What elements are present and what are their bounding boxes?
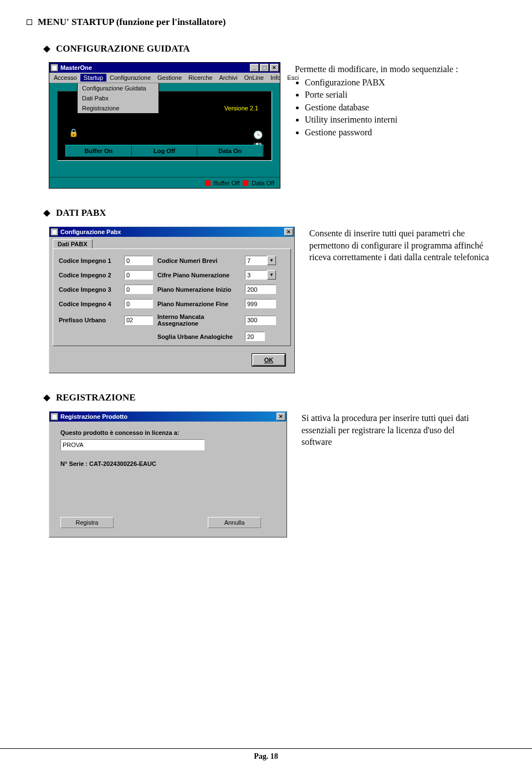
label-cifre-piano-numerazione: Cifre Piano Numerazione — [157, 272, 241, 278]
dialog-title: Configurazione Pabx — [60, 229, 283, 235]
input-piano-numerazione-fine[interactable] — [245, 299, 276, 308]
input-interno-mancata-assegnazione[interactable] — [245, 316, 276, 325]
dati-pabx-description: Consente di inserire tutti quei parametr… — [309, 226, 492, 263]
menu-accesso[interactable]: Accesso — [50, 74, 80, 82]
page-footer: Pag. 18 — [0, 748, 532, 761]
menu-archivi[interactable]: Archivi — [216, 74, 241, 82]
input-codice-impegno-3[interactable] — [124, 285, 153, 294]
input-codice-impegno-4[interactable] — [124, 299, 153, 308]
registra-button[interactable]: Registra — [60, 517, 114, 528]
menu-item-config-guidata[interactable]: Configurazione Guidata — [78, 83, 158, 93]
label-soglia-urbane-analogiche: Soglia Urbane Analogiche — [157, 333, 241, 340]
tab-dati-pabx[interactable]: Dati PABX — [53, 239, 93, 248]
log-off-button[interactable]: Log Off — [132, 145, 198, 156]
menu-gestione[interactable]: Gestione — [154, 74, 185, 82]
masterone-window: ▦ MasterOne _ ▢ ✕ Accesso Startup Config… — [49, 62, 280, 189]
serial-label: N° Serie : CAT-2024300226-EAUC — [60, 460, 275, 467]
dialog-title: Registrazione Prodotto — [60, 413, 275, 420]
label-prefisso-urbano: Prefisso Urbano — [59, 317, 120, 323]
input-piano-numerazione-inizio[interactable] — [245, 285, 276, 294]
menu-configurazione[interactable]: Configurazione — [106, 74, 154, 82]
diamond-bullet-icon — [43, 210, 50, 217]
license-label: Questo prodotto è concesso in licenza a: — [60, 429, 275, 436]
status-buffer-off: Buffer Off — [214, 180, 240, 186]
close-button[interactable]: ✕ — [284, 228, 293, 236]
license-input[interactable] — [60, 439, 204, 450]
status-red-icon — [205, 180, 211, 186]
bullet-item: Configurazione PABX — [305, 77, 458, 89]
menu-item-dati-pabx[interactable]: Dati Pabx — [78, 93, 158, 103]
ok-button[interactable]: OK — [252, 354, 285, 366]
data-on-button[interactable]: Data On — [197, 145, 263, 156]
label-codice-impegno-3: Codice Impegno 3 — [59, 286, 120, 293]
menu-item-registrazione[interactable]: Registrazione — [78, 103, 158, 113]
heading-dati-pabx: DATI PABX — [44, 207, 505, 219]
maximize-button[interactable]: ▢ — [260, 64, 269, 72]
registration-dialog: ▦ Registrazione Prodotto ✕ Questo prodot… — [49, 411, 287, 537]
app-icon: ▦ — [50, 64, 58, 72]
label-piano-numerazione-fine: Piano Numerazione Fine — [157, 301, 241, 307]
heading-config-guidata: CONFIGURAZIONE GUIDATA — [44, 43, 505, 54]
heading-menu-startup: MENU' STARTUP (funzione per l'installato… — [27, 17, 505, 28]
diamond-bullet-icon — [43, 45, 50, 53]
input-codice-impegno-1[interactable] — [124, 256, 153, 265]
diamond-bullet-icon — [43, 394, 50, 402]
masterone-titlebar: ▦ MasterOne _ ▢ ✕ — [49, 63, 280, 73]
input-cifre-piano-numerazione[interactable] — [245, 270, 267, 280]
menu-ricerche[interactable]: Ricerche — [185, 74, 216, 82]
app-icon: ▦ — [50, 228, 58, 236]
bullet-item: Gestione database — [305, 102, 458, 114]
bullet-item: Porte seriali — [305, 89, 458, 101]
startup-dropdown: Configurazione Guidata Dati Pabx Registr… — [77, 83, 159, 114]
annulla-button[interactable]: Annulla — [208, 517, 261, 528]
menu-online[interactable]: OnLine — [241, 74, 267, 82]
menu-info[interactable]: Info — [267, 74, 284, 82]
close-button[interactable]: ✕ — [270, 64, 279, 72]
reg-titlebar: ▦ Registrazione Prodotto ✕ — [49, 412, 287, 422]
label-codice-impegno-4: Codice Impegno 4 — [59, 301, 120, 307]
chevron-down-icon[interactable]: ▼ — [267, 256, 276, 265]
status-data-off: Data Off — [252, 180, 274, 186]
bullet-item: Utility inserimento interni — [305, 114, 458, 126]
minimize-button[interactable]: _ — [250, 64, 259, 72]
input-codice-impegno-2[interactable] — [124, 270, 153, 280]
window-title: MasterOne — [60, 64, 249, 71]
square-bullet-icon — [27, 19, 32, 25]
label-piano-numerazione-inizio: Piano Numerazione Inizio — [157, 286, 241, 293]
close-button[interactable]: ✕ — [277, 413, 285, 420]
input-prefisso-urbano[interactable] — [124, 316, 153, 325]
clock-icon: 🕒 — [253, 130, 263, 139]
menu-bar: Accesso Startup Configurazione Gestione … — [49, 73, 280, 83]
heading-registrazione: REGISTRAZIONE — [44, 392, 505, 403]
pabx-titlebar: ▦ Configurazione Pabx ✕ — [49, 227, 294, 237]
label-codice-impegno-1: Codice Impegno 1 — [59, 257, 120, 264]
chevron-down-icon[interactable]: ▼ — [267, 270, 276, 280]
status-bar: Buffer Off Data Off — [49, 177, 280, 188]
bullet-item: Gestione password — [305, 126, 458, 139]
input-soglia-urbane-analogiche[interactable] — [245, 332, 265, 341]
menu-startup[interactable]: Startup — [80, 74, 106, 82]
buffer-on-button[interactable]: Buffer On — [66, 145, 132, 156]
registrazione-description: Si attiva la procedura per inserire tutt… — [301, 411, 484, 448]
label-codice-numeri-brevi: Codice Numeri Brevi — [157, 257, 241, 264]
pabx-dialog: ▦ Configurazione Pabx ✕ Dati PABX Codice… — [49, 226, 295, 373]
config-guidata-description: Permette di modificare, in modo sequenzi… — [295, 62, 458, 139]
input-codice-numeri-brevi[interactable] — [245, 256, 267, 265]
label-interno-mancata-assegnazione: Interno Mancata Assegnazione — [157, 313, 241, 327]
app-icon: ▦ — [50, 413, 58, 420]
status-red-icon — [243, 180, 248, 186]
version-label: Versione 2.1 — [224, 105, 258, 111]
lock-icon: 🔒 — [69, 128, 78, 137]
label-codice-impegno-2: Codice Impegno 2 — [59, 272, 120, 278]
